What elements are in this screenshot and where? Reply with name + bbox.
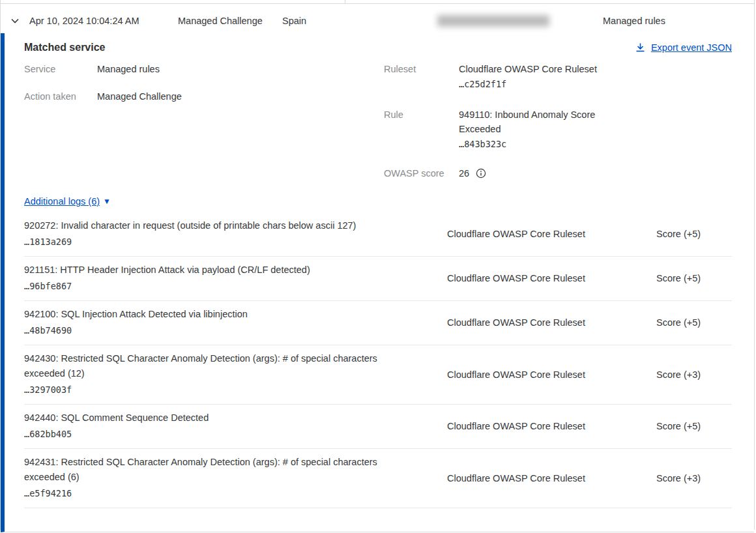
log-description: 921151: HTTP Header Injection Attack via…: [24, 263, 407, 278]
log-ruleset: Cloudflare OWASP Core Ruleset: [447, 273, 656, 283]
caret-down-icon: ▼: [103, 197, 111, 205]
owasp-score-label: OWASP score: [384, 166, 459, 180]
log-ruleset: Cloudflare OWASP Core Ruleset: [447, 421, 656, 431]
log-hash: …3297003f: [24, 382, 447, 397]
detail-fields: Service Managed rules Action taken Manag…: [24, 62, 732, 180]
download-icon: [635, 42, 645, 53]
log-description: 942100: SQL Injection Attack Detected vi…: [24, 307, 407, 322]
ruleset-hash: …c25d2f1f: [459, 76, 618, 92]
log-score: Score (+3): [656, 473, 732, 483]
log-description: 942431: Restricted SQL Character Anomaly…: [24, 455, 407, 485]
log-score: Score (+5): [656, 421, 732, 431]
ruleset-label: Ruleset: [384, 62, 459, 92]
log-ruleset: Cloudflare OWASP Core Ruleset: [447, 369, 656, 380]
ruleset-name: Cloudflare OWASP Core Ruleset: [459, 62, 618, 76]
rule-field: Rule 949110: Inbound Anomaly Score Excee…: [384, 108, 732, 152]
log-hash: …e5f94216: [24, 485, 447, 501]
table-row: 942430: Restricted SQL Character Anomaly…: [24, 345, 732, 405]
log-hash: …48b74690: [24, 323, 447, 338]
table-row: 942440: SQL Comment Sequence Detected …6…: [24, 405, 732, 449]
rule-hash: …843b323c: [459, 136, 618, 152]
service-value: Managed rules: [97, 62, 160, 76]
service-field: Service Managed rules: [24, 62, 384, 76]
additional-logs-link[interactable]: Additional logs (6) ▼: [24, 196, 111, 207]
log-score: Score (+5): [656, 317, 732, 328]
panel-title: Matched service: [24, 42, 106, 53]
action-taken-value: Managed Challenge: [97, 89, 182, 104]
event-timestamp: Apr 10, 2024 10:04:24 AM: [29, 16, 178, 26]
service-label: Service: [24, 62, 97, 76]
chevron-down-icon: [10, 16, 20, 26]
column-divider-tick: [345, 0, 345, 4]
log-score: Score (+5): [656, 229, 732, 239]
redacted-host-field: [437, 15, 549, 27]
event-country: Spain: [282, 16, 437, 26]
table-row: 942431: Restricted SQL Character Anomaly…: [24, 449, 732, 508]
log-description: 942430: Restricted SQL Character Anomaly…: [24, 351, 407, 381]
log-ruleset: Cloudflare OWASP Core Ruleset: [447, 317, 656, 328]
log-hash: …682bb405: [24, 426, 447, 442]
log-description: 942440: SQL Comment Sequence Detected: [24, 411, 407, 425]
additional-logs-list: 920272: Invalid character in request (ou…: [24, 212, 732, 508]
rule-label: Rule: [384, 108, 459, 152]
matched-service-panel: Matched service Export event JSON Servic…: [1, 33, 754, 532]
rule-name: 949110: Inbound Anomaly Score Exceeded: [459, 108, 618, 136]
event-service: Managed rules: [603, 16, 665, 26]
table-row: 921151: HTTP Header Injection Attack via…: [24, 257, 732, 301]
ruleset-field: Ruleset Cloudflare OWASP Core Ruleset …c…: [384, 62, 732, 92]
log-score: Score (+5): [656, 273, 732, 283]
log-hash: …96bfe867: [24, 278, 447, 294]
event-row-header[interactable]: Apr 10, 2024 10:04:24 AM Managed Challen…: [1, 3, 754, 33]
log-score: Score (+3): [656, 369, 732, 380]
export-link-label: Export event JSON: [651, 42, 732, 53]
log-hash: …1813a269: [24, 234, 447, 250]
export-event-json-link[interactable]: Export event JSON: [635, 42, 732, 53]
table-row: 920272: Invalid character in request (ou…: [24, 212, 732, 257]
additional-logs-label: Additional logs (6): [24, 196, 100, 207]
log-ruleset: Cloudflare OWASP Core Ruleset: [447, 229, 656, 239]
log-description: 920272: Invalid character in request (ou…: [24, 218, 407, 233]
log-ruleset: Cloudflare OWASP Core Ruleset: [447, 473, 656, 483]
event-action: Managed Challenge: [178, 16, 282, 26]
action-taken-label: Action taken: [24, 89, 97, 104]
owasp-score-value: 26: [459, 166, 469, 180]
table-row: 942100: SQL Injection Attack Detected vi…: [24, 301, 732, 345]
action-taken-field: Action taken Managed Challenge: [24, 89, 384, 104]
info-icon[interactable]: [476, 168, 486, 179]
expand-collapse-button[interactable]: [1, 16, 29, 26]
owasp-score-field: OWASP score 26: [384, 166, 732, 180]
event-detail-container: Apr 10, 2024 10:04:24 AM Managed Challen…: [0, 0, 755, 530]
